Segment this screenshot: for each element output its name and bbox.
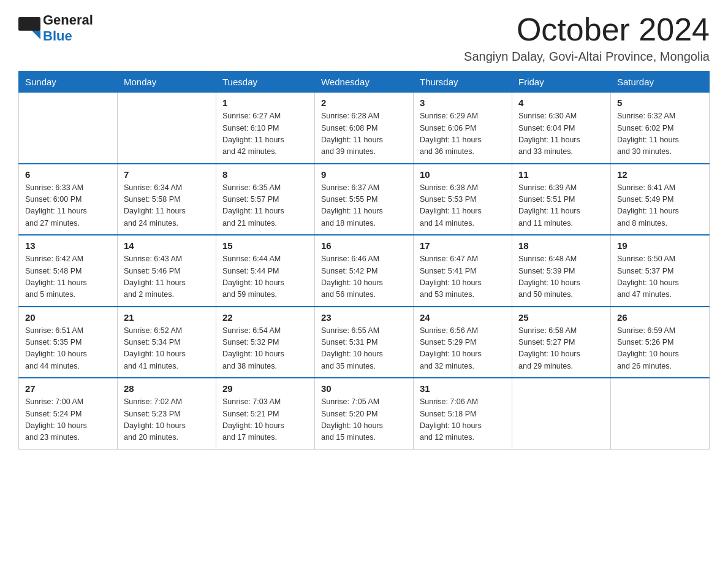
col-header-saturday: Saturday bbox=[611, 72, 710, 93]
col-header-sunday: Sunday bbox=[19, 72, 118, 93]
calendar-header-row: SundayMondayTuesdayWednesdayThursdayFrid… bbox=[19, 72, 710, 93]
day-number: 7 bbox=[124, 169, 210, 180]
calendar-cell: 4Sunrise: 6:30 AMSunset: 6:04 PMDaylight… bbox=[512, 93, 611, 164]
calendar-cell: 26Sunrise: 6:59 AMSunset: 5:26 PMDayligh… bbox=[611, 307, 710, 378]
day-number: 14 bbox=[124, 240, 210, 251]
calendar-week-row: 13Sunrise: 6:42 AMSunset: 5:48 PMDayligh… bbox=[19, 235, 710, 307]
calendar-cell: 1Sunrise: 6:27 AMSunset: 6:10 PMDaylight… bbox=[216, 93, 315, 164]
calendar-week-row: 20Sunrise: 6:51 AMSunset: 5:35 PMDayligh… bbox=[19, 307, 710, 378]
svg-marker-1 bbox=[32, 31, 40, 39]
day-number: 16 bbox=[321, 240, 407, 251]
calendar-cell: 27Sunrise: 7:00 AMSunset: 5:24 PMDayligh… bbox=[19, 378, 118, 449]
calendar-cell: 15Sunrise: 6:44 AMSunset: 5:44 PMDayligh… bbox=[216, 235, 315, 307]
col-header-monday: Monday bbox=[118, 72, 216, 93]
day-number: 3 bbox=[420, 98, 506, 108]
calendar-cell: 16Sunrise: 6:46 AMSunset: 5:42 PMDayligh… bbox=[315, 235, 414, 307]
day-number: 17 bbox=[420, 240, 506, 251]
calendar-cell bbox=[19, 93, 118, 164]
calendar-cell: 14Sunrise: 6:43 AMSunset: 5:46 PMDayligh… bbox=[118, 235, 216, 307]
day-info: Sunrise: 6:29 AMSunset: 6:06 PMDaylight:… bbox=[420, 110, 506, 158]
day-number: 4 bbox=[518, 98, 604, 108]
day-info: Sunrise: 7:03 AMSunset: 5:21 PMDaylight:… bbox=[222, 396, 308, 444]
calendar-cell: 2Sunrise: 6:28 AMSunset: 6:08 PMDaylight… bbox=[315, 93, 414, 164]
svg-rect-0 bbox=[18, 17, 40, 31]
calendar-cell bbox=[512, 378, 611, 449]
day-info: Sunrise: 6:43 AMSunset: 5:46 PMDaylight:… bbox=[124, 253, 210, 301]
calendar-cell: 10Sunrise: 6:38 AMSunset: 5:53 PMDayligh… bbox=[414, 164, 512, 236]
calendar-week-row: 1Sunrise: 6:27 AMSunset: 6:10 PMDaylight… bbox=[19, 93, 710, 164]
day-number: 2 bbox=[321, 98, 407, 108]
day-info: Sunrise: 7:02 AMSunset: 5:23 PMDaylight:… bbox=[124, 396, 210, 444]
calendar-cell: 17Sunrise: 6:47 AMSunset: 5:41 PMDayligh… bbox=[414, 235, 512, 307]
day-info: Sunrise: 6:41 AMSunset: 5:49 PMDaylight:… bbox=[617, 182, 703, 230]
day-number: 24 bbox=[420, 312, 506, 323]
day-number: 22 bbox=[222, 312, 308, 323]
day-info: Sunrise: 7:06 AMSunset: 5:18 PMDaylight:… bbox=[420, 396, 506, 444]
day-number: 23 bbox=[321, 312, 407, 323]
calendar-cell: 5Sunrise: 6:32 AMSunset: 6:02 PMDaylight… bbox=[611, 93, 710, 164]
calendar-cell: 3Sunrise: 6:29 AMSunset: 6:06 PMDaylight… bbox=[414, 93, 512, 164]
day-number: 28 bbox=[124, 383, 210, 394]
day-info: Sunrise: 6:47 AMSunset: 5:41 PMDaylight:… bbox=[420, 253, 506, 301]
calendar-cell: 9Sunrise: 6:37 AMSunset: 5:55 PMDaylight… bbox=[315, 164, 414, 236]
day-number: 20 bbox=[25, 312, 111, 323]
day-info: Sunrise: 6:56 AMSunset: 5:29 PMDaylight:… bbox=[420, 325, 506, 373]
day-info: Sunrise: 6:50 AMSunset: 5:37 PMDaylight:… bbox=[617, 253, 703, 301]
calendar-cell: 24Sunrise: 6:56 AMSunset: 5:29 PMDayligh… bbox=[414, 307, 512, 378]
col-header-thursday: Thursday bbox=[414, 72, 512, 93]
calendar-cell: 25Sunrise: 6:58 AMSunset: 5:27 PMDayligh… bbox=[512, 307, 611, 378]
day-info: Sunrise: 6:33 AMSunset: 6:00 PMDaylight:… bbox=[25, 182, 111, 230]
calendar-cell: 23Sunrise: 6:55 AMSunset: 5:31 PMDayligh… bbox=[315, 307, 414, 378]
day-number: 9 bbox=[321, 169, 407, 180]
calendar-table: SundayMondayTuesdayWednesdayThursdayFrid… bbox=[18, 71, 710, 450]
calendar-cell: 8Sunrise: 6:35 AMSunset: 5:57 PMDaylight… bbox=[216, 164, 315, 236]
day-number: 1 bbox=[222, 98, 308, 108]
calendar-cell: 21Sunrise: 6:52 AMSunset: 5:34 PMDayligh… bbox=[118, 307, 216, 378]
calendar-cell: 31Sunrise: 7:06 AMSunset: 5:18 PMDayligh… bbox=[414, 378, 512, 449]
day-number: 13 bbox=[25, 240, 111, 251]
day-info: Sunrise: 7:05 AMSunset: 5:20 PMDaylight:… bbox=[321, 396, 407, 444]
calendar-cell: 7Sunrise: 6:34 AMSunset: 5:58 PMDaylight… bbox=[118, 164, 216, 236]
day-number: 15 bbox=[222, 240, 308, 251]
day-info: Sunrise: 6:52 AMSunset: 5:34 PMDaylight:… bbox=[124, 325, 210, 373]
day-number: 18 bbox=[518, 240, 604, 251]
day-number: 5 bbox=[617, 98, 703, 108]
calendar-cell: 12Sunrise: 6:41 AMSunset: 5:49 PMDayligh… bbox=[611, 164, 710, 236]
calendar-cell: 22Sunrise: 6:54 AMSunset: 5:32 PMDayligh… bbox=[216, 307, 315, 378]
day-number: 29 bbox=[222, 383, 308, 394]
day-number: 11 bbox=[518, 169, 604, 180]
day-number: 19 bbox=[617, 240, 703, 251]
title-block: October 2024 Sangiyn Dalay, Govi-Altai P… bbox=[464, 12, 710, 64]
day-info: Sunrise: 6:37 AMSunset: 5:55 PMDaylight:… bbox=[321, 182, 407, 230]
calendar-cell: 11Sunrise: 6:39 AMSunset: 5:51 PMDayligh… bbox=[512, 164, 611, 236]
logo-general: General bbox=[43, 12, 93, 28]
day-info: Sunrise: 7:00 AMSunset: 5:24 PMDaylight:… bbox=[25, 396, 111, 444]
day-info: Sunrise: 6:35 AMSunset: 5:57 PMDaylight:… bbox=[222, 182, 308, 230]
month-title: October 2024 bbox=[464, 12, 710, 47]
day-info: Sunrise: 6:42 AMSunset: 5:48 PMDaylight:… bbox=[25, 253, 111, 301]
day-info: Sunrise: 6:32 AMSunset: 6:02 PMDaylight:… bbox=[617, 110, 703, 158]
day-info: Sunrise: 6:28 AMSunset: 6:08 PMDaylight:… bbox=[321, 110, 407, 158]
location-subtitle: Sangiyn Dalay, Govi-Altai Province, Mong… bbox=[464, 50, 710, 64]
day-number: 8 bbox=[222, 169, 308, 180]
day-number: 30 bbox=[321, 383, 407, 394]
day-info: Sunrise: 6:46 AMSunset: 5:42 PMDaylight:… bbox=[321, 253, 407, 301]
col-header-friday: Friday bbox=[512, 72, 611, 93]
calendar-cell: 28Sunrise: 7:02 AMSunset: 5:23 PMDayligh… bbox=[118, 378, 216, 449]
day-info: Sunrise: 6:59 AMSunset: 5:26 PMDaylight:… bbox=[617, 325, 703, 373]
day-info: Sunrise: 6:27 AMSunset: 6:10 PMDaylight:… bbox=[222, 110, 308, 158]
calendar-cell: 19Sunrise: 6:50 AMSunset: 5:37 PMDayligh… bbox=[611, 235, 710, 307]
day-number: 27 bbox=[25, 383, 111, 394]
day-info: Sunrise: 6:39 AMSunset: 5:51 PMDaylight:… bbox=[518, 182, 604, 230]
col-header-wednesday: Wednesday bbox=[315, 72, 414, 93]
day-number: 31 bbox=[420, 383, 506, 394]
day-number: 12 bbox=[617, 169, 703, 180]
calendar-week-row: 27Sunrise: 7:00 AMSunset: 5:24 PMDayligh… bbox=[19, 378, 710, 449]
calendar-cell bbox=[611, 378, 710, 449]
logo: General Blue bbox=[18, 12, 93, 44]
calendar-cell: 29Sunrise: 7:03 AMSunset: 5:21 PMDayligh… bbox=[216, 378, 315, 449]
col-header-tuesday: Tuesday bbox=[216, 72, 315, 93]
day-info: Sunrise: 6:54 AMSunset: 5:32 PMDaylight:… bbox=[222, 325, 308, 373]
day-number: 10 bbox=[420, 169, 506, 180]
calendar-week-row: 6Sunrise: 6:33 AMSunset: 6:00 PMDaylight… bbox=[19, 164, 710, 236]
